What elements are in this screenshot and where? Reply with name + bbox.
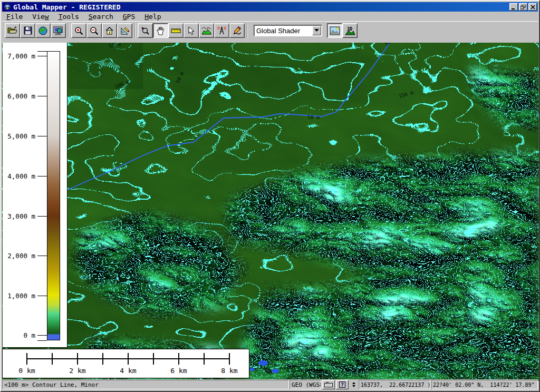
scale-bar-tick	[153, 353, 154, 365]
scale-bar-tick	[204, 353, 205, 365]
legend-tick-label: 2,000 m	[7, 252, 35, 260]
zoom-tool-button[interactable]	[138, 23, 153, 38]
zoom-out-button[interactable]	[86, 23, 102, 38]
threed-icon: 3D	[345, 26, 355, 35]
zoomtool-icon	[141, 26, 150, 35]
select-tool-button[interactable]	[184, 23, 199, 38]
app-window: Global Mapper - REGISTERED FileViewTools…	[0, 0, 540, 392]
toolbar-right-group: 3D	[327, 23, 358, 38]
elevation-gradient-bar	[47, 51, 60, 340]
arrow-icon	[188, 26, 195, 35]
picture-icon	[330, 26, 340, 35]
scale-bar-label: 6 km	[170, 367, 187, 375]
legend-tick-label: 1,000 m	[7, 292, 35, 300]
zoomout-icon	[90, 26, 99, 35]
gps-tracking-button[interactable]	[214, 23, 229, 38]
scale-bar-label: 8 km	[221, 367, 237, 375]
scale-bar-tick	[229, 353, 230, 365]
legend-tick	[37, 176, 47, 177]
scale-bar-tick	[128, 353, 129, 365]
status-projection: GEO (WGS84	[290, 380, 321, 389]
svg-text:?: ?	[341, 382, 344, 388]
map-canvas[interactable]: 50 m50 m100 m50 m50 m150 m100 m500 m550 …	[2, 43, 539, 381]
window-title: Global Mapper - REGISTERED	[13, 3, 121, 11]
menu-item-view[interactable]: View	[28, 13, 54, 21]
scale-bar-tick	[52, 353, 53, 365]
scale-bar: 0 km2 km4 km6 km8 km	[2, 349, 249, 378]
capture-screen-button[interactable]	[51, 23, 66, 38]
scale-bar-label: 4 km	[120, 367, 136, 375]
menu-item-gps[interactable]: GPS	[119, 13, 140, 21]
ruler-icon	[171, 27, 181, 34]
terrain-mountains	[2, 43, 539, 381]
measure-tool-button[interactable]	[168, 23, 184, 38]
menu-item-file[interactable]: File	[2, 13, 28, 21]
world-icon	[38, 26, 47, 35]
legend-tick	[37, 216, 47, 217]
elevation-legend: 7,000 m6,000 m5,000 m4,000 m3,000 m2,000…	[3, 43, 68, 348]
shader-dropdown-arrow[interactable]	[312, 26, 321, 35]
save-file-button[interactable]	[20, 23, 35, 38]
toolbar: Global Shader 3D	[2, 21, 538, 40]
status-spinner[interactable]	[350, 380, 358, 389]
setsquare-icon	[120, 26, 130, 35]
legend-tick-label: 3,000 m	[7, 212, 35, 220]
scale-bar-tick	[178, 353, 179, 365]
legend-tick	[37, 296, 47, 296]
pan-tool-button[interactable]	[153, 23, 168, 38]
status-latlon: 22?40' 02.00" N, 114?22' 17.89" E	[431, 380, 538, 389]
legend-tick	[37, 56, 47, 56]
full-view-button[interactable]	[102, 23, 117, 38]
help-button[interactable]: ?	[336, 380, 349, 389]
legend-tick-label: 7,000 m	[7, 52, 35, 60]
digitizer-tool-button[interactable]	[229, 23, 245, 38]
menu-item-search[interactable]: Search	[84, 13, 119, 21]
lake	[249, 368, 255, 371]
path-profile-setup-button[interactable]	[117, 23, 132, 38]
lake	[272, 369, 279, 373]
home-icon	[105, 26, 114, 35]
svg-text:3D: 3D	[347, 26, 352, 32]
legend-tick	[37, 335, 47, 336]
menu-bar: FileViewToolsSearchGPSHelp	[2, 12, 538, 21]
profile-icon	[201, 26, 211, 35]
status-message: <100 m> Contour Line, Minor	[2, 380, 289, 389]
close-button[interactable]	[528, 3, 537, 11]
tower-icon	[217, 26, 226, 35]
legend-tick-label: 5,000 m	[7, 132, 35, 140]
view-3d-button[interactable]: 3D	[342, 23, 358, 38]
scale-bar-tick	[77, 353, 78, 365]
zoom-in-button[interactable]	[71, 23, 86, 38]
contour-label: 50 m	[288, 365, 301, 370]
keyboard-button[interactable]	[322, 380, 335, 389]
scale-bar-label: 2 km	[69, 367, 85, 375]
menu-item-help[interactable]: Help	[140, 13, 166, 21]
minimize-button[interactable]	[509, 3, 518, 11]
contour-label: 50 m	[307, 114, 320, 120]
hand-icon	[157, 26, 165, 35]
scale-bar-label: 0 km	[18, 367, 35, 375]
shader-dropdown-value: Global Shader	[254, 27, 312, 35]
legend-tick-label: 0 m	[23, 331, 35, 339]
open-file-button[interactable]	[5, 23, 20, 38]
load-online-data-button[interactable]	[35, 23, 51, 38]
legend-tick	[37, 96, 47, 96]
restore-button[interactable]	[519, 3, 527, 11]
capture-icon	[53, 26, 63, 35]
legend-tick	[37, 136, 47, 136]
terrain-flat-patch	[69, 43, 143, 89]
toolbar-groups	[2, 23, 247, 38]
save-icon	[24, 26, 32, 35]
open-icon	[7, 26, 18, 35]
status-coordinates: 163737, 22.66722137 )	[359, 380, 430, 389]
title-bar[interactable]: Global Mapper - REGISTERED	[2, 2, 538, 12]
menu-item-tools[interactable]: Tools	[54, 13, 84, 21]
pen-icon	[233, 26, 242, 35]
path-profile-button[interactable]	[199, 23, 214, 38]
shader-dropdown[interactable]: Global Shader	[254, 25, 322, 36]
show-images-button[interactable]	[327, 23, 342, 38]
zoomin-icon	[74, 26, 83, 35]
legend-tick-label: 6,000 m	[7, 92, 35, 100]
app-icon	[3, 3, 12, 11]
legend-tick-label: 4,000 m	[7, 172, 35, 180]
